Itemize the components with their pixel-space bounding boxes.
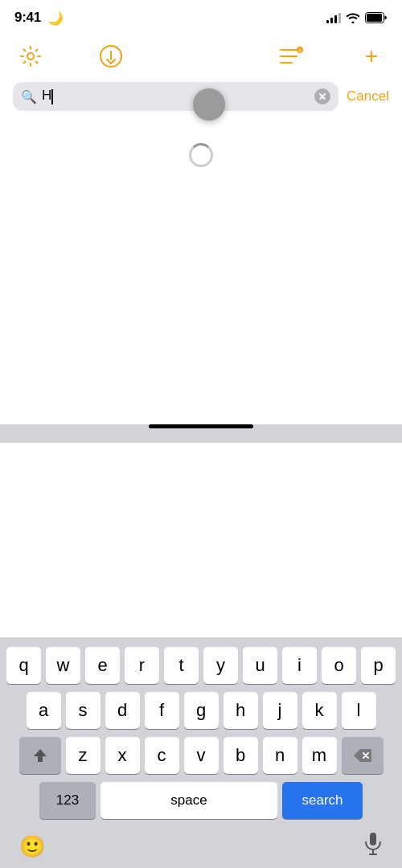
key-n[interactable]: n (263, 737, 297, 774)
svg-text:+: + (298, 48, 302, 54)
settings-button[interactable] (16, 42, 45, 71)
status-bar: 9:41 🌙 (0, 0, 402, 35)
moon-icon: 🌙 (47, 10, 64, 26)
key-i[interactable]: i (282, 647, 317, 684)
key-o[interactable]: o (322, 647, 356, 684)
mic-icon[interactable] (363, 832, 383, 862)
battery-icon (365, 12, 388, 23)
key-d[interactable]: d (105, 692, 140, 729)
key-a[interactable]: a (27, 692, 61, 729)
key-u[interactable]: u (243, 647, 277, 684)
keyboard-row-4: 123 space search (3, 782, 399, 819)
search-input-value: H (42, 88, 51, 103)
search-key[interactable]: search (282, 782, 363, 819)
search-input-wrapper[interactable]: 🔍 H (13, 82, 338, 111)
key-b[interactable]: b (224, 737, 258, 774)
toolbar: + + (0, 35, 402, 77)
shift-key[interactable] (19, 737, 61, 774)
key-f[interactable]: f (145, 692, 179, 729)
key-x[interactable]: x (105, 737, 140, 774)
key-j[interactable]: j (263, 692, 297, 729)
svg-rect-1 (367, 14, 382, 22)
loading-spinner (189, 143, 213, 167)
download-button[interactable] (96, 42, 125, 71)
home-indicator-area (0, 424, 402, 443)
search-input[interactable]: H (42, 88, 310, 104)
svg-point-2 (27, 53, 34, 59)
key-g[interactable]: g (184, 692, 219, 729)
key-s[interactable]: s (66, 692, 100, 729)
emoji-icon[interactable]: 🙂 (19, 834, 45, 859)
key-v[interactable]: v (184, 737, 219, 774)
status-time: 9:41 (14, 10, 41, 26)
space-key[interactable]: space (100, 782, 277, 819)
filter-button[interactable]: + (277, 42, 306, 71)
key-p[interactable]: p (361, 647, 396, 684)
content-area (0, 119, 402, 424)
keyboard-bottom-row: 🙂 (3, 827, 399, 868)
key-l[interactable]: l (342, 692, 376, 729)
key-t[interactable]: t (164, 647, 199, 684)
key-q[interactable]: q (6, 647, 41, 684)
svg-rect-9 (370, 833, 376, 845)
add-button[interactable]: + (357, 42, 386, 71)
key-c[interactable]: c (145, 737, 179, 774)
keyboard: q w e r t y u i o p a s d f g h j k l z … (0, 637, 402, 868)
key-r[interactable]: r (125, 647, 159, 684)
cancel-button[interactable]: Cancel (347, 88, 389, 104)
clear-button[interactable] (314, 88, 330, 104)
key-k[interactable]: k (302, 692, 337, 729)
key-m[interactable]: m (302, 737, 337, 774)
key-h[interactable]: h (224, 692, 258, 729)
num-key[interactable]: 123 (39, 782, 96, 819)
wifi-icon (346, 12, 360, 23)
status-icons (326, 12, 388, 23)
signal-icon (326, 12, 341, 23)
keyboard-row-1: q w e r t y u i o p (3, 647, 399, 684)
key-w[interactable]: w (46, 647, 80, 684)
key-y[interactable]: y (203, 647, 238, 684)
keyboard-row-2: a s d f g h j k l (3, 692, 399, 729)
search-magnifier-icon: 🔍 (21, 89, 37, 104)
backspace-key[interactable] (342, 737, 384, 774)
key-e[interactable]: e (85, 647, 120, 684)
keyboard-row-3: z x c v b n m (3, 737, 399, 774)
home-indicator (149, 424, 253, 428)
key-z[interactable]: z (66, 737, 100, 774)
drag-handle[interactable] (193, 88, 225, 121)
text-cursor (51, 89, 53, 104)
